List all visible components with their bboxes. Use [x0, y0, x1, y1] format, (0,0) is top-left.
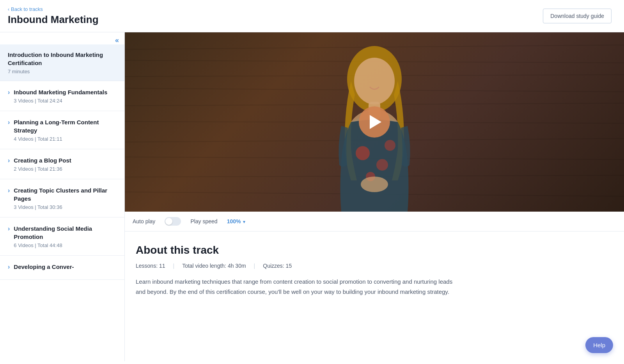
page-title: Inbound Marketing	[8, 14, 99, 26]
item-meta-0: 3 Videos | Total 24:24	[14, 98, 117, 104]
item-content-3: Creating Topic Clusters and Pillar Pages…	[14, 186, 117, 210]
item-meta-4: 6 Videos | Total 44:48	[14, 242, 117, 248]
back-link-text: Back to tracks	[11, 6, 43, 12]
video-controls: Auto play Play speed 100% ▾	[125, 212, 624, 231]
total-video-value: 4h 30m	[228, 263, 246, 269]
video-thumbnail[interactable]	[125, 32, 624, 212]
play-speed-label: Play speed	[190, 218, 217, 224]
sidebar-item-0[interactable]: › Inbound Marketing Fundamentals 3 Video…	[0, 81, 124, 111]
sidebar-item-4[interactable]: › Understanding Social Media Promotion 6…	[0, 217, 124, 256]
svg-point-5	[385, 140, 395, 151]
item-meta-2: 2 Videos | Total 21:36	[14, 166, 117, 172]
item-title-3: Creating Topic Clusters and Pillar Pages	[14, 186, 117, 203]
item-meta-3: 3 Videos | Total 30:36	[14, 204, 117, 210]
sidebar-item-1[interactable]: › Planning a Long-Term Content Strategy …	[0, 111, 124, 149]
item-title-1: Planning a Long-Term Content Strategy	[14, 118, 117, 134]
active-item-meta: 7 minutes	[8, 69, 117, 74]
download-study-guide-button[interactable]: Download study guide	[543, 9, 612, 23]
lessons-stat: Lessons: 11	[136, 263, 173, 269]
quizzes-value: 15	[286, 263, 292, 269]
back-arrow-icon: ‹	[8, 7, 9, 12]
svg-point-7	[361, 177, 388, 192]
item-title-4: Understanding Social Media Promotion	[14, 224, 117, 241]
item-title-2: Creating a Blog Post	[14, 156, 117, 164]
chevron-right-icon-4: ›	[8, 225, 10, 232]
sidebar-item-2[interactable]: › Creating a Blog Post 2 Videos | Total …	[0, 149, 124, 179]
item-content-1: Planning a Long-Term Content Strategy 4 …	[14, 118, 117, 142]
about-description: Learn inbound marketing techniques that …	[136, 277, 456, 297]
video-wrapper: Auto play Play speed 100% ▾	[125, 32, 624, 231]
sidebar-item-5[interactable]: › Developing a Conver-	[0, 256, 124, 280]
about-section: About this track Lessons: 11 | Total vid…	[125, 231, 624, 307]
chevron-right-icon-2: ›	[8, 157, 10, 164]
header: ‹ Back to tracks Inbound Marketing Downl…	[0, 0, 624, 32]
item-content-5: Developing a Conver-	[14, 263, 117, 272]
item-title-0: Inbound Marketing Fundamentals	[14, 88, 117, 96]
svg-point-3	[376, 159, 388, 171]
item-content-2: Creating a Blog Post 2 Videos | Total 21…	[14, 156, 117, 172]
item-meta-1: 4 Videos | Total 21:11	[14, 136, 117, 142]
play-button[interactable]	[359, 106, 390, 138]
help-button[interactable]: Help	[585, 337, 613, 353]
autoplay-toggle[interactable]	[165, 217, 181, 226]
header-left: ‹ Back to tracks Inbound Marketing	[8, 6, 99, 26]
back-to-tracks-link[interactable]: ‹ Back to tracks	[8, 6, 99, 12]
speed-value-text: 100%	[227, 218, 241, 224]
main-content: Auto play Play speed 100% ▾ About this t…	[125, 32, 624, 361]
lessons-label: Lessons:	[136, 263, 158, 269]
play-speed-value[interactable]: 100% ▾	[227, 218, 246, 224]
play-triangle-icon	[370, 115, 381, 129]
collapse-sidebar-icon[interactable]: «	[115, 36, 119, 44]
chevron-right-icon-0: ›	[8, 89, 10, 96]
item-content-4: Understanding Social Media Promotion 6 V…	[14, 224, 117, 248]
sidebar-collapse-area: «	[0, 32, 124, 44]
sidebar: « Introduction to Inbound Marketing Cert…	[0, 32, 125, 361]
speed-dropdown-arrow-icon: ▾	[243, 219, 245, 224]
chevron-right-icon-1: ›	[8, 119, 10, 126]
item-content-0: Inbound Marketing Fundamentals 3 Videos …	[14, 88, 117, 104]
chevron-right-icon-3: ›	[8, 187, 10, 194]
quizzes-label: Quizzes:	[263, 263, 284, 269]
toggle-knob	[165, 218, 172, 225]
svg-point-2	[356, 146, 370, 160]
stat-divider-1: |	[173, 263, 175, 269]
about-title: About this track	[136, 244, 613, 256]
sidebar-active-item[interactable]: Introduction to Inbound Marketing Certif…	[0, 44, 124, 81]
lessons-value: 11	[159, 263, 165, 269]
total-video-label: Total video length:	[182, 263, 226, 269]
svg-point-1	[354, 58, 395, 104]
about-stats: Lessons: 11 | Total video length: 4h 30m…	[136, 263, 613, 269]
active-item-title: Introduction to Inbound Marketing Certif…	[8, 51, 117, 67]
quizzes-stat: Quizzes: 15	[263, 263, 300, 269]
layout: « Introduction to Inbound Marketing Cert…	[0, 32, 624, 361]
stat-divider-2: |	[254, 263, 255, 269]
sidebar-item-3[interactable]: › Creating Topic Clusters and Pillar Pag…	[0, 179, 124, 217]
item-title-5: Developing a Conver-	[14, 263, 117, 271]
total-video-stat: Total video length: 4h 30m	[182, 263, 254, 269]
autoplay-label: Auto play	[133, 218, 155, 224]
chevron-right-icon-5: ›	[8, 263, 10, 270]
